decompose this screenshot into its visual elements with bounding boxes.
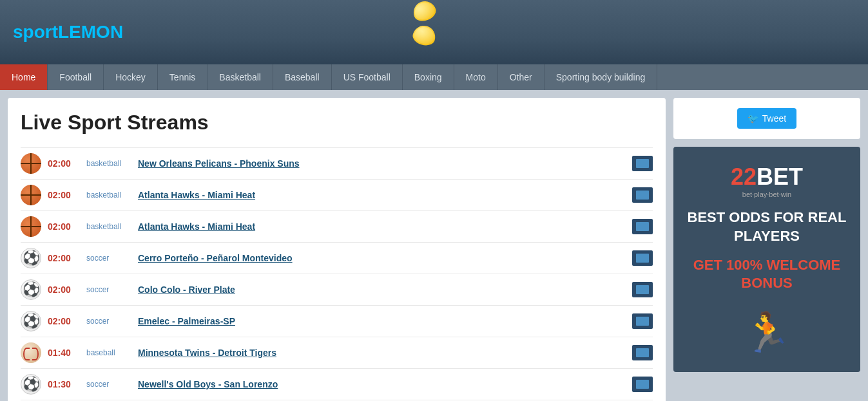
nav-item-football[interactable]: Football: [48, 64, 104, 90]
stream-match-name[interactable]: Atlanta Hawks - Miami Heat: [138, 221, 626, 232]
soccer-icon: [21, 248, 41, 268]
nav-item-us-football[interactable]: US Football: [332, 64, 403, 90]
nav-item-boxing[interactable]: Boxing: [403, 64, 454, 90]
stream-row: 02:00basketballAtlanta Hawks - Miami Hea…: [21, 179, 653, 210]
header-lemon-decoration: [412, 0, 457, 26]
stream-watch-icon[interactable]: [632, 377, 653, 392]
nav-item-other[interactable]: Other: [498, 64, 545, 90]
soccer-icon: [21, 311, 41, 331]
stream-sport-label: soccer: [86, 254, 131, 263]
stream-time: 01:30: [48, 379, 80, 389]
stream-time: 02:00: [48, 190, 80, 200]
basketball-icon: [21, 185, 41, 205]
stream-sport-label: baseball: [86, 348, 131, 357]
stream-watch-icon[interactable]: [632, 187, 653, 203]
ad-logo: 22BET bet·play·bet·win: [731, 163, 803, 198]
tweet-label: Tweet: [762, 113, 786, 124]
stream-row: 02:00basketballAtlanta Hawks - Miami Hea…: [21, 210, 653, 242]
basketball-icon: [21, 153, 41, 174]
stream-watch-icon[interactable]: [632, 219, 653, 234]
stream-time: 02:00: [48, 253, 80, 263]
nav-item-basketball[interactable]: Basketball: [207, 64, 273, 90]
main-layout: Live Sport Streams 02:00basketballNew Or…: [0, 90, 868, 401]
stream-match-name[interactable]: Colo Colo - River Plate: [138, 284, 626, 295]
stream-watch-icon[interactable]: [632, 250, 653, 266]
ad-headline: BEST ODDS FOR REAL PLAYERS: [684, 209, 850, 245]
stream-watch-icon[interactable]: [632, 313, 653, 329]
soccer-icon: [21, 374, 41, 395]
stream-watch-icon[interactable]: [632, 345, 653, 360]
nav-item-moto[interactable]: Moto: [454, 64, 498, 90]
stream-sport-label: basketball: [86, 159, 131, 168]
stream-time: 02:00: [48, 316, 80, 326]
tweet-box: Tweet: [673, 98, 860, 139]
stream-match-name[interactable]: Emelec - Palmeiras-SP: [138, 316, 626, 326]
stream-match-name[interactable]: New Orleans Pelicans - Phoenix Suns: [138, 158, 626, 169]
content-area: Live Sport Streams 02:00basketballNew Or…: [8, 98, 666, 401]
stream-match-name[interactable]: Newell's Old Boys - San Lorenzo: [138, 379, 626, 389]
ad-promo: GET 100% WELCOME BONUS: [684, 256, 850, 293]
stream-watch-icon[interactable]: [632, 282, 653, 297]
logo-lemon: LEMON: [58, 22, 123, 42]
ad-tagline: bet·play·bet·win: [731, 191, 803, 198]
stream-time: 02:00: [48, 221, 80, 232]
header: sportLEMON: [0, 0, 868, 64]
stream-match-name[interactable]: Atlanta Hawks - Miami Heat: [138, 190, 626, 200]
ad-person-icon: 🏃: [743, 310, 791, 355]
stream-match-name[interactable]: Cerro Porteño - Peñarol Montevideo: [138, 253, 626, 263]
page-title: Live Sport Streams: [21, 111, 653, 135]
stream-time: 02:00: [48, 284, 80, 295]
sidebar: Tweet 22BET bet·play·bet·win BEST ODDS F…: [673, 98, 860, 401]
stream-row: 02:00soccerCerro Porteño - Peñarol Monte…: [21, 242, 653, 274]
stream-sport-label: basketball: [86, 191, 131, 200]
stream-time: 02:00: [48, 158, 80, 169]
nav-item-home[interactable]: Home: [0, 64, 48, 90]
stream-row: 01:40baseballMinnesota Twins - Detroit T…: [21, 337, 653, 368]
tweet-button[interactable]: Tweet: [737, 108, 796, 129]
soccer-icon: [21, 279, 41, 300]
basketball-icon: [21, 216, 41, 237]
stream-match-name[interactable]: Minnesota Twins - Detroit Tigers: [138, 348, 626, 358]
stream-sport-label: soccer: [86, 285, 131, 294]
streams-list: 02:00basketballNew Orleans Pelicans - Ph…: [21, 147, 653, 401]
nav-item-hockey[interactable]: Hockey: [104, 64, 158, 90]
stream-row: 02:00soccerEmelec - Palmeiras-SP: [21, 305, 653, 337]
stream-sport-label: soccer: [86, 317, 131, 326]
stream-row: 02:00soccerColo Colo - River Plate: [21, 274, 653, 305]
nav-item-baseball[interactable]: Baseball: [273, 64, 332, 90]
stream-sport-label: soccer: [86, 380, 131, 389]
nav-item-sporting-body-building[interactable]: Sporting body building: [545, 64, 658, 90]
site-logo[interactable]: sportLEMON: [13, 22, 123, 42]
stream-sport-label: basketball: [86, 222, 131, 231]
ad-banner: 22BET bet·play·bet·win BEST ODDS FOR REA…: [673, 147, 860, 372]
stream-time: 01:40: [48, 348, 80, 358]
nav-item-tennis[interactable]: Tennis: [158, 64, 207, 90]
stream-watch-icon[interactable]: [632, 156, 653, 171]
stream-row: 01:30soccerNewell's Old Boys - San Loren…: [21, 368, 653, 400]
baseball-icon: [21, 342, 41, 363]
stream-row: 02:00basketballNew Orleans Pelicans - Ph…: [21, 147, 653, 179]
navigation: HomeFootballHockeyTennisBasketballBaseba…: [0, 64, 868, 90]
logo-sport: sport: [13, 22, 58, 42]
